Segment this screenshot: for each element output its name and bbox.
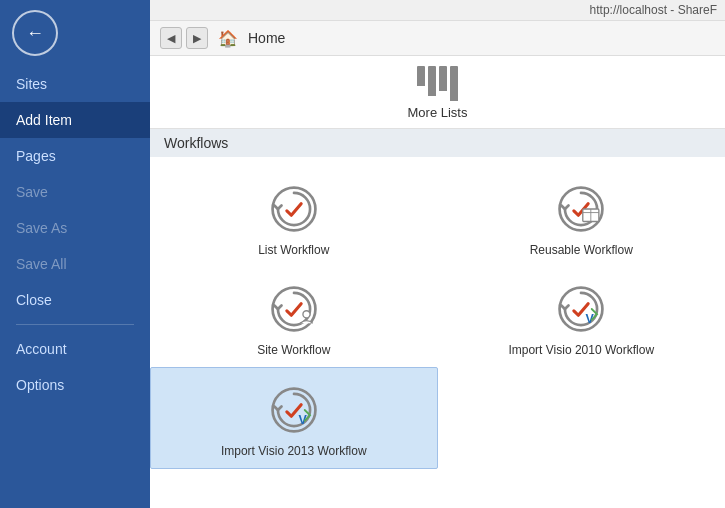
sidebar-divider (16, 324, 134, 325)
reusable-workflow-item[interactable]: Reusable Workflow (438, 167, 726, 267)
import-visio-2013-icon: V (266, 382, 322, 438)
sidebar-item-save: Save (0, 174, 150, 210)
site-workflow-icon (266, 281, 322, 337)
content-area: More Lists Workflows List Workflow (150, 56, 725, 508)
list-workflow-item[interactable]: List Workflow (150, 167, 438, 267)
nav-bar: ◀ ▶ 🏠 Home (150, 21, 725, 56)
nav-home-label: Home (248, 30, 285, 46)
bar-2 (428, 66, 436, 96)
list-workflow-label: List Workflow (258, 243, 329, 257)
site-workflow-item[interactable]: Site Workflow (150, 267, 438, 367)
reusable-workflow-label: Reusable Workflow (530, 243, 633, 257)
workflows-header: Workflows (150, 129, 725, 157)
bar-3 (439, 66, 447, 91)
import-visio-2013-label: Import Visio 2013 Workflow (221, 444, 367, 458)
bar-4 (450, 66, 458, 101)
reusable-workflow-icon (553, 181, 609, 237)
sidebar-item-close[interactable]: Close (0, 282, 150, 318)
sidebar: ← Sites Add Item Pages Save Save As Save… (0, 0, 150, 508)
svg-point-6 (303, 311, 310, 318)
import-visio-2010-item[interactable]: V Import Visio 2010 Workflow (438, 267, 726, 367)
bar-1 (417, 66, 425, 86)
sidebar-item-account[interactable]: Account (0, 331, 150, 367)
sidebar-item-pages[interactable]: Pages (0, 138, 150, 174)
import-visio-2013-item[interactable]: V Import Visio 2013 Workflow (150, 367, 438, 469)
list-workflow-icon (266, 181, 322, 237)
sidebar-item-save-as: Save As (0, 210, 150, 246)
import-visio-2010-label: Import Visio 2010 Workflow (508, 343, 654, 357)
back-icon: ← (26, 23, 44, 44)
nav-forward-button[interactable]: ▶ (186, 27, 208, 49)
sidebar-item-save-all: Save All (0, 246, 150, 282)
sidebar-item-sites[interactable]: Sites (0, 66, 150, 102)
workflows-grid: List Workflow Reusable Wor (150, 157, 725, 479)
title-bar: http://localhost - ShareF (150, 0, 725, 21)
more-lists-label[interactable]: More Lists (408, 105, 468, 120)
back-button[interactable]: ← (12, 10, 58, 56)
nav-back-button[interactable]: ◀ (160, 27, 182, 49)
home-icon: 🏠 (218, 29, 238, 48)
sidebar-item-add-item[interactable]: Add Item (0, 102, 150, 138)
import-visio-2010-icon: V (553, 281, 609, 337)
nav-back-icon: ◀ (167, 32, 175, 45)
nav-forward-icon: ▶ (193, 32, 201, 45)
site-workflow-label: Site Workflow (257, 343, 330, 357)
sidebar-item-options[interactable]: Options (0, 367, 150, 403)
main-area: http://localhost - ShareF ◀ ▶ 🏠 Home Mor… (150, 0, 725, 508)
more-lists-icon (417, 66, 458, 101)
more-lists-section: More Lists (150, 56, 725, 129)
